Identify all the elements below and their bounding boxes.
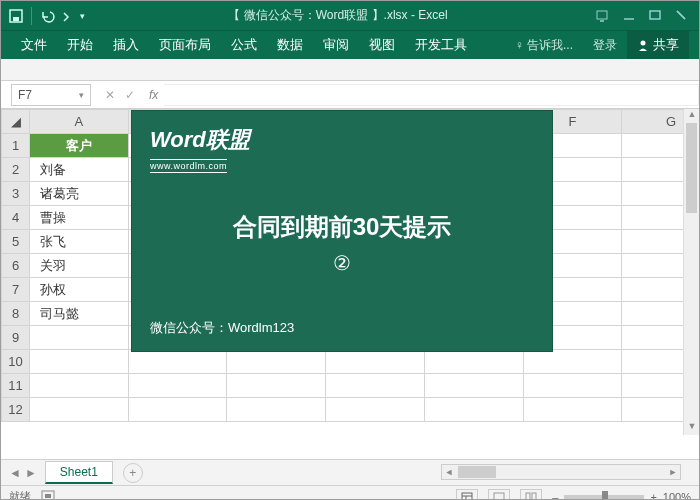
zoom-out-button[interactable]: –: [552, 491, 558, 501]
undo-icon[interactable]: [40, 9, 56, 23]
sheet-next-icon[interactable]: ►: [25, 466, 37, 480]
overlay-banner: Word联盟 www.wordlm.com 合同到期前30天提示 ② 微信公众号…: [132, 111, 552, 351]
scroll-thumb[interactable]: [458, 466, 496, 478]
row-header[interactable]: 3: [2, 182, 30, 206]
cancel-icon[interactable]: ✕: [105, 88, 115, 102]
zoom-level[interactable]: 100%: [663, 491, 691, 501]
overlay-title: 合同到期前30天提示: [150, 211, 534, 243]
row-header[interactable]: 8: [2, 302, 30, 326]
cell[interactable]: 客户: [30, 134, 129, 158]
zoom-controls: – + 100%: [552, 491, 691, 501]
tab-view[interactable]: 视图: [359, 31, 405, 59]
tell-me[interactable]: ♀告诉我...: [505, 31, 583, 59]
ribbon-options-icon[interactable]: [595, 9, 609, 23]
status-bar: 就绪 – + 100%: [1, 485, 699, 500]
svg-rect-1: [13, 17, 19, 21]
cell[interactable]: 诸葛亮: [30, 182, 129, 206]
svg-rect-2: [597, 11, 607, 19]
overlay-brand: Word联盟: [150, 125, 534, 155]
row-header[interactable]: 11: [2, 374, 30, 398]
formula-input[interactable]: [164, 84, 699, 106]
enter-icon[interactable]: ✓: [125, 88, 135, 102]
window-controls: [583, 9, 699, 23]
scroll-left-icon[interactable]: ◄: [442, 467, 456, 477]
zoom-in-button[interactable]: +: [650, 491, 656, 501]
name-box[interactable]: F7▾: [11, 84, 91, 106]
svg-rect-10: [462, 493, 472, 501]
cell[interactable]: 司马懿: [30, 302, 129, 326]
col-header[interactable]: A: [30, 110, 129, 134]
sheet-tab-bar: ◄ ► Sheet1 + ◄ ►: [1, 459, 699, 485]
row-header[interactable]: 5: [2, 230, 30, 254]
svg-rect-9: [45, 494, 51, 498]
select-all[interactable]: ◢: [2, 110, 30, 134]
vertical-scrollbar[interactable]: ▲ ▼: [683, 109, 699, 435]
save-icon[interactable]: [9, 9, 23, 23]
svg-rect-13: [494, 493, 504, 501]
user-icon: [637, 39, 649, 51]
scroll-down-icon[interactable]: ▼: [684, 421, 700, 435]
cell[interactable]: 张飞: [30, 230, 129, 254]
overlay-footer: 微信公众号：Wordlm123: [150, 319, 534, 337]
spreadsheet-grid[interactable]: ◢ A B C D E F G 1客户 2刘备2 3诸葛亮2 4曹操2 5张飞2…: [1, 109, 699, 459]
tab-insert[interactable]: 插入: [103, 31, 149, 59]
status-ready: 就绪: [9, 489, 31, 500]
ribbon-body-collapsed: [1, 59, 699, 81]
quick-access-toolbar: ▾: [1, 7, 93, 25]
row-header[interactable]: 7: [2, 278, 30, 302]
scroll-right-icon[interactable]: ►: [666, 467, 680, 477]
qat-dropdown-icon[interactable]: ▾: [80, 11, 85, 21]
tab-dev[interactable]: 开发工具: [405, 31, 477, 59]
svg-point-7: [641, 41, 646, 46]
cell[interactable]: 关羽: [30, 254, 129, 278]
title-bar: ▾ 【 微信公众号：Word联盟 】.xlsx - Excel: [1, 1, 699, 31]
minimize-icon[interactable]: [623, 9, 635, 23]
macro-icon[interactable]: [41, 490, 55, 501]
row-header[interactable]: 12: [2, 398, 30, 422]
tab-layout[interactable]: 页面布局: [149, 31, 221, 59]
ribbon-tabs: 文件 开始 插入 页面布局 公式 数据 审阅 视图 开发工具 ♀告诉我... 登…: [1, 31, 699, 59]
view-layout-icon[interactable]: [488, 489, 510, 501]
login-button[interactable]: 登录: [583, 31, 627, 59]
svg-rect-4: [650, 11, 660, 19]
horizontal-scrollbar[interactable]: ◄ ►: [441, 464, 681, 480]
svg-line-6: [677, 11, 685, 19]
close-icon[interactable]: [675, 9, 687, 23]
svg-rect-14: [526, 493, 530, 501]
overlay-number: ②: [150, 251, 534, 275]
cell[interactable]: 曹操: [30, 206, 129, 230]
row-header[interactable]: 1: [2, 134, 30, 158]
view-normal-icon[interactable]: [456, 489, 478, 501]
scroll-up-icon[interactable]: ▲: [684, 109, 700, 123]
view-break-icon[interactable]: [520, 489, 542, 501]
zoom-slider[interactable]: [564, 495, 644, 499]
row-header[interactable]: 9: [2, 326, 30, 350]
redo-icon[interactable]: [62, 9, 74, 23]
tab-formula[interactable]: 公式: [221, 31, 267, 59]
fx-icon[interactable]: fx: [149, 88, 158, 102]
svg-rect-15: [532, 493, 536, 501]
overlay-brand-url: www.wordlm.com: [150, 159, 227, 173]
maximize-icon[interactable]: [649, 9, 661, 23]
sheet-tab[interactable]: Sheet1: [45, 461, 113, 484]
row-header[interactable]: 2: [2, 158, 30, 182]
tab-data[interactable]: 数据: [267, 31, 313, 59]
add-sheet-button[interactable]: +: [123, 463, 143, 483]
row-header[interactable]: 10: [2, 350, 30, 374]
window-title: 【 微信公众号：Word联盟 】.xlsx - Excel: [93, 7, 583, 24]
row-header[interactable]: 6: [2, 254, 30, 278]
tab-home[interactable]: 开始: [57, 31, 103, 59]
tab-file[interactable]: 文件: [11, 31, 57, 59]
cell[interactable]: 孙权: [30, 278, 129, 302]
sheet-prev-icon[interactable]: ◄: [9, 466, 21, 480]
share-button[interactable]: 共享: [627, 31, 689, 59]
scroll-thumb[interactable]: [686, 123, 697, 213]
row-header[interactable]: 4: [2, 206, 30, 230]
tab-review[interactable]: 审阅: [313, 31, 359, 59]
cell[interactable]: 刘备: [30, 158, 129, 182]
formula-bar: F7▾ ✕ ✓ fx: [1, 81, 699, 109]
